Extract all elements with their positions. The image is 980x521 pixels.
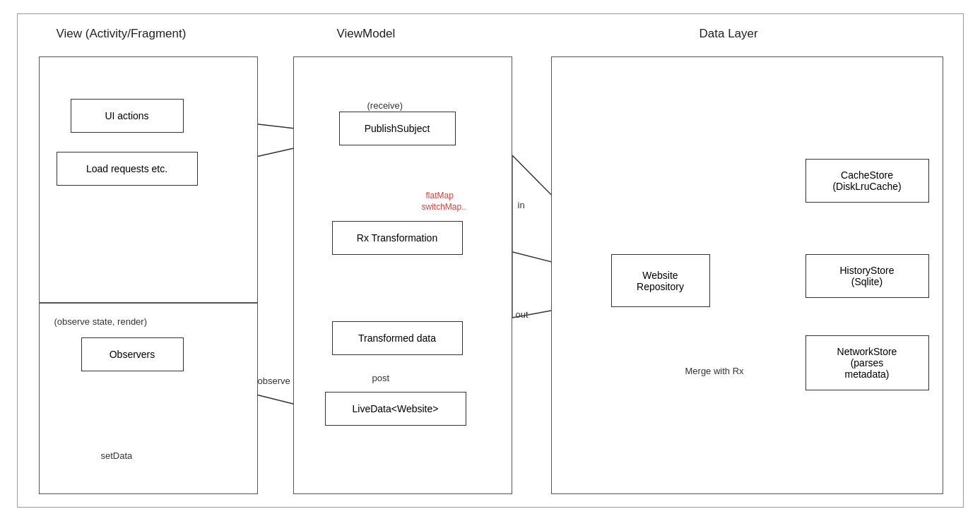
- website-repo-node: Website Repository: [611, 254, 710, 307]
- out-label: out: [516, 309, 529, 320]
- receive-label: (receive): [367, 100, 403, 111]
- transformed-data-node: Transformed data: [332, 321, 463, 355]
- observers-node: Observers: [81, 337, 184, 371]
- view-divider: [39, 302, 258, 304]
- view-header: View (Activity/Fragment): [57, 27, 187, 41]
- network-store-node: NetworkStore (parses metadata): [805, 335, 929, 390]
- rx-transformation-node: Rx Transformation: [332, 221, 463, 255]
- viewmodel-header: ViewModel: [337, 27, 396, 41]
- diagram-container: View (Activity/Fragment) ViewModel Data …: [17, 13, 964, 508]
- ui-actions-node: UI actions: [71, 99, 184, 133]
- livedata-node: LiveData<Website>: [325, 392, 466, 426]
- load-requests-node: Load requests etc.: [57, 152, 198, 186]
- publish-subject-node: PublishSubject: [339, 112, 456, 145]
- post-label: post: [372, 373, 390, 383]
- setdata-label: setData: [101, 450, 133, 461]
- datalayer-header: Data Layer: [699, 27, 758, 41]
- flatmap-label: flatMap: [426, 191, 454, 200]
- switchmap-label: switchMap..: [422, 202, 466, 212]
- observe-state-label: (observe state, render): [54, 316, 148, 327]
- cache-store-node: CacheStore (DiskLruCache): [805, 159, 929, 203]
- merge-label: Merge with Rx: [685, 366, 744, 376]
- history-store-node: HistoryStore (Sqlite): [805, 254, 929, 298]
- in-label: in: [518, 200, 525, 210]
- observe-label: observe: [258, 376, 290, 386]
